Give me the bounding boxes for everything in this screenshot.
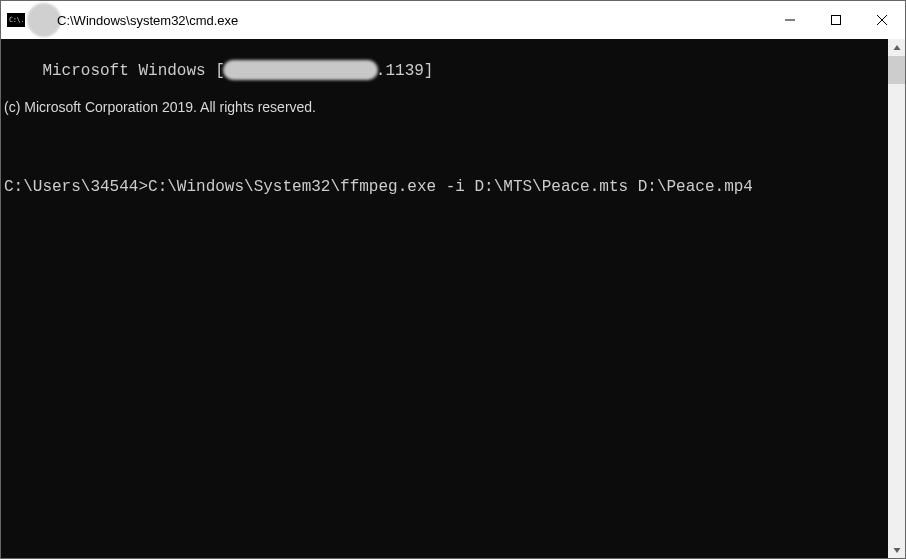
scroll-up-button[interactable]: [888, 39, 905, 56]
minimize-button[interactable]: [767, 1, 813, 39]
scroll-track[interactable]: [888, 56, 905, 541]
redacted-circle: [27, 3, 61, 37]
svg-marker-5: [893, 548, 900, 553]
scroll-down-button[interactable]: [888, 541, 905, 558]
windows-version-line: Microsoft Windows [.1139]: [42, 61, 433, 81]
svg-rect-1: [832, 16, 841, 25]
version-prefix: Microsoft Windows [: [42, 62, 224, 80]
terminal-container: Microsoft Windows [.1139] (c) Microsoft …: [1, 39, 905, 558]
scroll-thumb[interactable]: [888, 56, 905, 84]
close-button[interactable]: [859, 1, 905, 39]
chevron-up-icon: [893, 44, 901, 52]
version-suffix: .1139]: [376, 62, 434, 80]
close-icon: [876, 14, 888, 26]
chevron-down-icon: [893, 546, 901, 554]
command-text: C:\Windows\System32\ffmpeg.exe -i D:\MTS…: [148, 178, 753, 196]
command-line: C:\Users\34544>C:\Windows\System32\ffmpe…: [4, 177, 888, 197]
vertical-scrollbar[interactable]: [888, 39, 905, 558]
window-controls: [767, 1, 905, 39]
terminal-output[interactable]: Microsoft Windows [.1139] (c) Microsoft …: [1, 39, 888, 558]
minimize-icon: [784, 14, 796, 26]
window-titlebar[interactable]: C:\. C:\Windows\system32\cmd.exe: [1, 1, 905, 39]
cmd-app-icon: C:\.: [7, 13, 25, 27]
maximize-icon: [830, 14, 842, 26]
window-title: C:\Windows\system32\cmd.exe: [57, 13, 238, 28]
redacted-version: [223, 60, 378, 80]
cmd-app-icon-text: C:\.: [9, 17, 24, 24]
prompt-text: C:\Users\34544>: [4, 178, 148, 196]
svg-marker-4: [893, 45, 900, 50]
maximize-button[interactable]: [813, 1, 859, 39]
copyright-line: (c) Microsoft Corporation 2019. All righ…: [4, 99, 888, 117]
